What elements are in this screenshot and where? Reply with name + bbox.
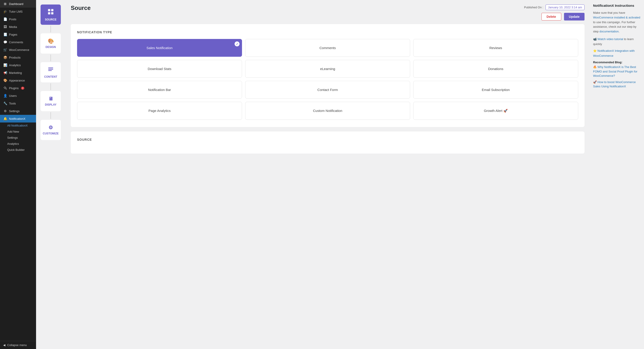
email-subscription-card-label: Email Subscription: [482, 88, 510, 92]
wizard-step-customize[interactable]: ⚙ CUSTOMIZE: [36, 120, 65, 140]
svg-rect-2: [48, 12, 50, 14]
notification-card-page-analytics[interactable]: Page Analytics: [77, 102, 242, 120]
collapse-icon: ◀: [3, 343, 6, 347]
settings-icon: ⚙: [3, 109, 7, 113]
notification-card-notification-bar[interactable]: Notification Bar: [77, 81, 242, 99]
notification-card-growth-alert[interactable]: Growth Alert 🚀: [413, 102, 578, 120]
sidebar-item-analytics[interactable]: 📊 Analytics: [0, 61, 36, 69]
woocommerce-link[interactable]: WooCommerce installed & activated: [593, 16, 640, 19]
sidebar-sub-quickbuilder[interactable]: Quick Builder: [0, 147, 36, 153]
dashboard-icon: ⊞: [3, 2, 7, 6]
sidebar-item-comments[interactable]: 💬 Comments: [0, 38, 36, 46]
source-step-icon: [47, 8, 54, 17]
reviews-card-label: Reviews: [490, 46, 502, 50]
comments-icon: 💬: [3, 40, 7, 44]
documentation-link[interactable]: documentation: [600, 30, 618, 33]
sidebar-sub-add[interactable]: Add New: [0, 129, 36, 135]
sidebar-item-posts[interactable]: 📄 Posts: [0, 15, 36, 23]
notificationx-icon: 🔔: [3, 117, 7, 120]
right-panel: NotificationX Instructions Make sure tha…: [590, 0, 644, 349]
sales-card-label: Sales Notification: [146, 46, 172, 50]
wizard-connector-2: [50, 54, 51, 61]
sidebar-item-tools[interactable]: 🔧 Tools: [0, 99, 36, 107]
sidebar-item-marketing[interactable]: 📢 Marketing: [0, 69, 36, 76]
update-button[interactable]: Update: [564, 13, 584, 20]
marketing-icon: 📢: [3, 71, 7, 74]
notification-bar-card-label: Notification Bar: [148, 88, 171, 92]
collapse-menu-button[interactable]: ◀ Collapse menu: [0, 341, 36, 349]
source-step-label: SOURCE: [45, 18, 56, 21]
sidebar-sub-settings[interactable]: Settings: [0, 135, 36, 141]
recommended-blog-label: Recommended Blog:: [593, 60, 641, 64]
video-tutorial-link[interactable]: 📹 Watch video tutorial: [593, 37, 624, 41]
design-step-label: DESIGN: [46, 45, 56, 49]
customize-step-label: CUSTOMIZE: [43, 132, 58, 135]
notification-card-sales[interactable]: ✓ Sales Notification: [77, 39, 242, 57]
delete-button[interactable]: Delete: [542, 13, 561, 20]
notification-card-reviews[interactable]: Reviews: [413, 39, 578, 57]
blog1-section: 🔥 Why NotificationX is The Best FOMO and…: [593, 65, 641, 78]
sidebar-item-appearance[interactable]: 🎨 Appearance: [0, 76, 36, 84]
source-card: SOURCE: [71, 131, 584, 154]
notification-card-comments[interactable]: Comments: [245, 39, 410, 57]
published-on-label: Published On :: [524, 6, 543, 9]
right-panel-title: NotificationX Instructions: [593, 3, 641, 7]
main-content: Source Published On : January 10, 2022 3…: [65, 0, 590, 349]
tutor-icon: 🎓: [3, 10, 7, 13]
sidebar-item-woocommerce[interactable]: 🛒 WooCommerce: [0, 46, 36, 54]
products-icon: 📦: [3, 56, 7, 59]
notification-type-card: NOTIFICATION TYPE ✓ Sales Notification C…: [71, 24, 584, 127]
integration-link[interactable]: ⭐ NotificationX Integration with WooComm…: [593, 49, 634, 57]
sidebar-item-users[interactable]: 👤 Users: [0, 92, 36, 99]
wizard-step-design[interactable]: 🎨 DESIGN: [36, 33, 65, 54]
notification-card-email-subscription[interactable]: Email Subscription: [413, 81, 578, 99]
sidebar-sub-all[interactable]: All NotificationX: [0, 122, 36, 129]
pages-icon: 📃: [3, 33, 7, 36]
donations-card-label: Donations: [488, 67, 504, 71]
right-panel-integration: ⭐ NotificationX Integration with WooComm…: [593, 48, 641, 58]
top-actions: Published On : January 10, 2022 3:14 am …: [524, 4, 584, 20]
wizard-step-content[interactable]: CONTENT: [36, 62, 65, 82]
wizard-connector-1: [50, 26, 51, 32]
sidebar-item-pages[interactable]: 📃 Pages: [0, 31, 36, 38]
tools-icon: 🔧: [3, 101, 7, 105]
content-step-icon: [48, 66, 54, 74]
source-section-title: SOURCE: [77, 138, 578, 141]
svg-rect-5: [48, 69, 53, 69]
growth-alert-card-label: Growth Alert 🚀: [484, 109, 508, 113]
right-panel-video: 📹 Watch video tutorial to learn quickly: [593, 37, 641, 47]
svg-rect-1: [51, 9, 54, 11]
analytics-icon: 📊: [3, 63, 7, 67]
sidebar-sub-analytics[interactable]: Analytics: [0, 141, 36, 147]
sidebar-item-media[interactable]: 🖼 Media: [0, 23, 36, 31]
blog2-link[interactable]: 🚀 How to boost WooCommerce Sales Using N…: [593, 80, 641, 89]
wizard-connector-4: [50, 112, 51, 119]
design-step-icon: 🎨: [48, 38, 54, 44]
sidebar-item-dashboard[interactable]: ⊞ Dashboard: [0, 0, 36, 8]
wizard-connector-3: [50, 83, 51, 90]
svg-rect-3: [51, 12, 54, 14]
sidebar-item-products[interactable]: 📦 Products: [0, 54, 36, 61]
elearning-card-label: eLearning: [320, 67, 335, 71]
wizard-step-source[interactable]: SOURCE: [36, 4, 65, 25]
action-buttons: Delete Update: [542, 13, 584, 20]
published-on-area: Published On : January 10, 2022 3:14 am: [524, 4, 584, 10]
sidebar-item-plugins[interactable]: 🔌 Plugins 2: [0, 84, 36, 92]
wizard-sidebar: SOURCE 🎨 DESIGN: [36, 0, 65, 349]
download-stats-card-label: Download Stats: [148, 67, 171, 71]
posts-icon: 📄: [3, 17, 7, 21]
contact-form-card-label: Contact Form: [318, 88, 338, 92]
sidebar-item-tutor-lms[interactable]: 🎓 Tutor LMS: [0, 8, 36, 15]
notification-card-elearning[interactable]: eLearning: [245, 60, 410, 78]
sidebar-item-notificationx[interactable]: 🔔 NotificationX: [0, 115, 36, 122]
sidebar-item-settings[interactable]: ⚙ Settings: [0, 107, 36, 115]
notification-card-download-stats[interactable]: Download Stats: [77, 60, 242, 78]
notification-card-custom-notification[interactable]: Custom Notification: [245, 102, 410, 120]
svg-rect-0: [48, 9, 50, 11]
page-analytics-card-label: Page Analytics: [148, 109, 170, 113]
notification-card-donations[interactable]: Donations: [413, 60, 578, 78]
page-title: Source: [71, 4, 90, 11]
blog1-link[interactable]: 🔥 Why NotificationX is The Best FOMO and…: [593, 65, 641, 78]
notification-card-contact-form[interactable]: Contact Form: [245, 81, 410, 99]
wizard-step-display[interactable]: 🖥 DISPLAY: [36, 91, 65, 111]
